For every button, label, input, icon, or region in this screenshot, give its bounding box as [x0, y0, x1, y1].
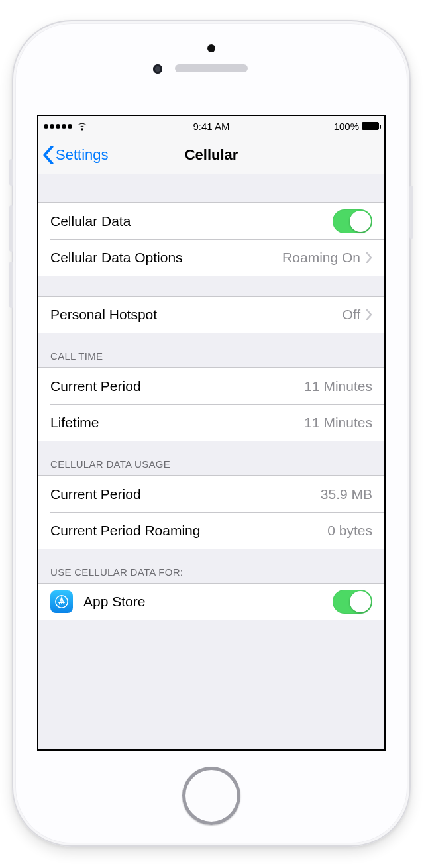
app-store-toggle[interactable] [333, 590, 372, 614]
volume-down-button [9, 262, 13, 308]
call-time-current-row: Current Period 11 Minutes [38, 367, 384, 404]
app-store-label: App Store [83, 594, 145, 610]
data-usage-roaming-row: Current Period Roaming 0 bytes [38, 512, 384, 549]
chevron-right-icon [366, 252, 372, 263]
sensor-dot [207, 44, 215, 52]
screen: 9:41 AM 100% Settings Cellular Cellular … [37, 115, 386, 751]
app-store-row[interactable]: App Store [38, 583, 384, 620]
cellular-data-options-row[interactable]: Cellular Data Options Roaming On [38, 239, 384, 276]
personal-hotspot-value: Off [342, 307, 360, 323]
home-button[interactable] [182, 767, 240, 825]
call-time-lifetime-label: Lifetime [50, 415, 99, 431]
volume-up-button [9, 205, 13, 252]
section-header-use-for: USE CELLULAR DATA FOR: [38, 549, 384, 583]
cellular-data-options-label: Cellular Data Options [50, 250, 183, 266]
call-time-current-label: Current Period [50, 378, 141, 394]
speaker-grille [175, 64, 248, 72]
cellular-data-options-value: Roaming On [282, 250, 360, 266]
cellular-data-label: Cellular Data [50, 213, 131, 229]
page-title: Cellular [38, 146, 384, 164]
section-header-data-usage: CELLULAR DATA USAGE [38, 441, 384, 475]
personal-hotspot-label: Personal Hotspot [50, 307, 157, 323]
app-store-icon [50, 590, 73, 613]
data-usage-current-label: Current Period [50, 486, 141, 502]
data-usage-roaming-value: 0 bytes [327, 523, 372, 539]
camera-icon [153, 64, 162, 74]
data-usage-current-row: Current Period 35.9 MB [38, 475, 384, 512]
cellular-data-toggle[interactable] [333, 209, 372, 233]
section-header-call-time: CALL TIME [38, 333, 384, 367]
data-usage-roaming-label: Current Period Roaming [50, 523, 200, 539]
mute-switch [9, 159, 13, 186]
status-time: 9:41 AM [38, 121, 384, 132]
call-time-lifetime-value: 11 Minutes [304, 415, 372, 431]
status-bar: 9:41 AM 100% [38, 116, 384, 136]
chevron-right-icon [366, 309, 372, 320]
nav-bar: Settings Cellular [38, 136, 384, 174]
power-button [409, 186, 413, 239]
battery-icon [362, 122, 379, 130]
call-time-current-value: 11 Minutes [304, 378, 372, 394]
personal-hotspot-row[interactable]: Personal Hotspot Off [38, 296, 384, 333]
data-usage-current-value: 35.9 MB [321, 486, 372, 502]
call-time-lifetime-row: Lifetime 11 Minutes [38, 404, 384, 441]
cellular-data-row[interactable]: Cellular Data [38, 202, 384, 239]
phone-frame: 9:41 AM 100% Settings Cellular Cellular … [12, 20, 411, 847]
